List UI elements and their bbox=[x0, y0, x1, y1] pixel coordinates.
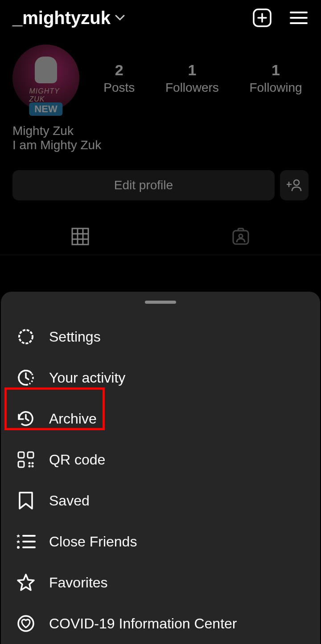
following-count: 1 bbox=[249, 61, 302, 79]
archive-icon bbox=[16, 409, 36, 428]
svg-point-4 bbox=[294, 180, 299, 185]
svg-point-18 bbox=[29, 462, 31, 465]
svg-point-21 bbox=[32, 465, 34, 468]
posts-count: 2 bbox=[103, 61, 135, 79]
svg-point-19 bbox=[32, 462, 34, 465]
svg-rect-15 bbox=[18, 452, 24, 458]
favorites-icon bbox=[16, 573, 36, 592]
menu-item-covid[interactable]: COVID-19 Information Center bbox=[16, 603, 305, 644]
edit-profile-button[interactable]: Edit profile bbox=[12, 170, 275, 200]
menu-label: Your activity bbox=[49, 370, 125, 386]
menu-item-archive[interactable]: Archive bbox=[16, 398, 305, 439]
svg-rect-5 bbox=[72, 228, 88, 245]
menu-label: Saved bbox=[49, 493, 90, 509]
followers-label: Followers bbox=[165, 81, 219, 95]
menu-item-qrcode[interactable]: QR code bbox=[16, 439, 305, 480]
menu-label: Archive bbox=[49, 411, 97, 427]
profile-username: _mightyzuk bbox=[12, 8, 111, 28]
svg-point-20 bbox=[29, 465, 31, 468]
menu-item-close-friends[interactable]: Close Friends bbox=[16, 521, 305, 562]
stat-followers[interactable]: 1 Followers bbox=[165, 61, 219, 95]
profile-header: _mightyzuk bbox=[0, 0, 321, 36]
username-selector[interactable]: _mightyzuk bbox=[12, 8, 125, 28]
svg-point-12 bbox=[19, 330, 33, 343]
new-badge: NEW bbox=[29, 102, 62, 116]
hamburger-menu-button[interactable] bbox=[289, 8, 309, 28]
stat-posts[interactable]: 2 Posts bbox=[103, 61, 135, 95]
menu-label: Settings bbox=[49, 329, 101, 345]
settings-icon bbox=[16, 327, 36, 346]
saved-icon bbox=[16, 491, 36, 510]
bio-text: I am Mighty Zuk bbox=[12, 138, 309, 152]
following-label: Following bbox=[249, 81, 302, 95]
menu-item-activity[interactable]: Your activity bbox=[16, 357, 305, 398]
drag-handle[interactable] bbox=[145, 301, 176, 304]
menu-label: QR code bbox=[49, 452, 105, 468]
chevron-down-icon bbox=[115, 15, 125, 21]
create-post-button[interactable] bbox=[252, 8, 272, 28]
posts-label: Posts bbox=[103, 81, 135, 95]
display-name: Mighty Zuk bbox=[12, 124, 309, 138]
menu-item-favorites[interactable]: Favorites bbox=[16, 562, 305, 603]
menu-item-settings[interactable]: Settings bbox=[16, 316, 305, 357]
svg-rect-16 bbox=[28, 452, 33, 458]
close-friends-icon bbox=[16, 532, 36, 551]
tab-tagged-posts[interactable] bbox=[160, 218, 321, 255]
menu-label: Favorites bbox=[49, 575, 108, 591]
followers-count: 1 bbox=[165, 61, 219, 79]
svg-point-26 bbox=[18, 616, 33, 631]
profile-info-section: NEW 2 Posts 1 Followers 1 Following Migh… bbox=[0, 36, 321, 161]
svg-rect-17 bbox=[18, 461, 24, 467]
covid-icon bbox=[16, 614, 36, 633]
menu-bottom-sheet: Settings Your activity Archive QR code S… bbox=[1, 292, 320, 644]
qrcode-icon bbox=[16, 450, 36, 469]
svg-point-25 bbox=[17, 546, 20, 549]
tab-grid-posts[interactable] bbox=[0, 218, 160, 255]
menu-label: COVID-19 Information Center bbox=[49, 615, 237, 632]
stat-following[interactable]: 1 Following bbox=[249, 61, 302, 95]
svg-point-11 bbox=[239, 234, 243, 238]
menu-label: Close Friends bbox=[49, 534, 137, 550]
menu-item-saved[interactable]: Saved bbox=[16, 480, 305, 521]
discover-people-button[interactable] bbox=[280, 170, 309, 200]
profile-avatar[interactable]: NEW bbox=[12, 45, 79, 111]
activity-icon bbox=[16, 368, 36, 387]
